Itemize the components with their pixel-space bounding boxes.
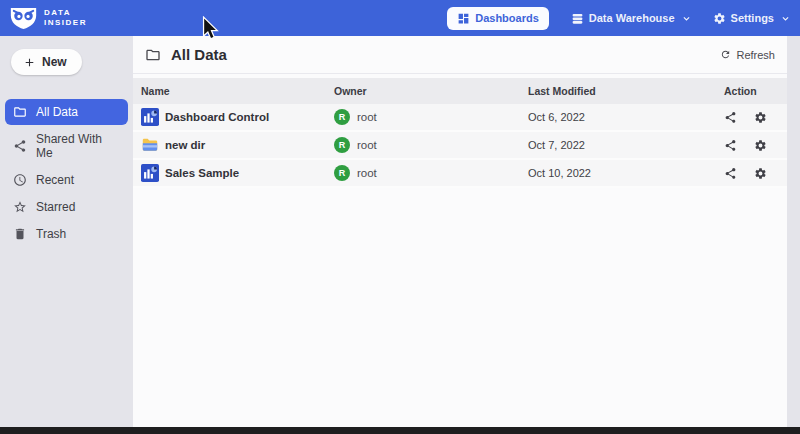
sidebar-item-recent[interactable]: Recent — [5, 167, 128, 193]
settings-gear-button[interactable] — [754, 139, 767, 152]
refresh-label: Refresh — [736, 49, 775, 61]
column-header-action: Action — [718, 85, 787, 97]
nav-dashboards[interactable]: Dashboards — [447, 7, 549, 30]
file-name[interactable]: Dashboard Control — [165, 111, 269, 123]
chevron-down-icon — [781, 14, 790, 23]
data-table: Name Owner Last Modified Action Dashboar… — [133, 78, 787, 188]
sidebar-nav: All Data Shared With Me Recent Starred T… — [0, 99, 133, 247]
sidebar-item-trash[interactable]: Trash — [5, 221, 128, 247]
last-modified-date: Oct 6, 2022 — [528, 111, 585, 123]
window-bottom-edge — [0, 427, 800, 434]
nav-settings-label: Settings — [731, 12, 774, 24]
share-icon — [13, 139, 27, 153]
nav-data-warehouse-label: Data Warehouse — [589, 12, 675, 24]
owner-name: root — [357, 111, 377, 123]
column-header-name: Name — [133, 85, 330, 97]
nav-settings[interactable]: Settings — [713, 12, 790, 25]
database-icon — [571, 12, 584, 25]
last-modified-date: Oct 7, 2022 — [528, 139, 585, 151]
app-logo[interactable]: DATAINSIDER — [10, 7, 87, 30]
trash-icon — [13, 227, 27, 241]
sidebar-item-shared-with-me[interactable]: Shared With Me — [5, 126, 128, 166]
owner-avatar: R — [334, 109, 350, 125]
owner-name: root — [357, 139, 377, 151]
star-icon — [13, 200, 27, 214]
dashboard-file-icon — [141, 164, 159, 182]
owner-name: root — [357, 167, 377, 179]
gear-icon — [713, 12, 726, 25]
table-row[interactable]: Dashboard Control R root Oct 6, 2022 — [133, 104, 787, 132]
new-button[interactable]: New — [11, 49, 82, 75]
owl-logo-icon — [10, 7, 37, 30]
plus-icon — [23, 56, 36, 69]
sidebar-item-all-data[interactable]: All Data — [5, 99, 128, 125]
logo-text: DATAINSIDER — [44, 8, 87, 29]
nav-dashboards-label: Dashboards — [475, 12, 539, 24]
table-row[interactable]: Sales Sample R root Oct 10, 2022 — [133, 160, 787, 188]
folder-icon — [145, 47, 161, 63]
column-header-last-modified: Last Modified — [528, 85, 718, 97]
column-header-owner: Owner — [330, 85, 528, 97]
last-modified-date: Oct 10, 2022 — [528, 167, 591, 179]
chevron-down-icon — [682, 14, 691, 23]
owner-avatar: R — [334, 137, 350, 153]
sidebar-item-starred[interactable]: Starred — [5, 194, 128, 220]
table-header-row: Name Owner Last Modified Action — [133, 78, 787, 104]
new-button-label: New — [42, 55, 67, 69]
main-content: All Data Refresh Name Owner Last Modifie… — [133, 36, 787, 427]
file-name[interactable]: Sales Sample — [165, 167, 239, 179]
share-button[interactable] — [724, 139, 737, 152]
content-header: All Data Refresh — [133, 36, 787, 74]
top-bar: DATAINSIDER Dashboards Data Warehouse — [0, 0, 800, 36]
dashboard-file-icon — [141, 108, 159, 126]
table-row[interactable]: new dir R root Oct 7, 2022 — [133, 132, 787, 160]
nav-data-warehouse[interactable]: Data Warehouse — [571, 12, 691, 25]
owner-avatar: R — [334, 165, 350, 181]
page-title: All Data — [171, 46, 227, 63]
share-button[interactable] — [724, 167, 737, 180]
sidebar: New All Data Shared With Me Recent Starr… — [0, 36, 133, 427]
sidebar-item-label: Recent — [36, 173, 74, 187]
sidebar-item-label: Trash — [36, 227, 66, 241]
settings-gear-button[interactable] — [754, 111, 767, 124]
folder-file-icon — [141, 136, 159, 154]
file-name[interactable]: new dir — [165, 139, 205, 151]
share-button[interactable] — [724, 111, 737, 124]
clock-icon — [13, 173, 27, 187]
top-nav: Dashboards Data Warehouse Settings — [447, 7, 790, 30]
sidebar-item-label: All Data — [36, 105, 78, 119]
folder-icon — [13, 105, 27, 119]
dashboard-icon — [457, 12, 470, 25]
refresh-button[interactable]: Refresh — [720, 49, 775, 61]
settings-gear-button[interactable] — [754, 167, 767, 180]
refresh-icon — [720, 49, 731, 60]
sidebar-item-label: Starred — [36, 200, 75, 214]
sidebar-item-label: Shared With Me — [36, 132, 120, 160]
